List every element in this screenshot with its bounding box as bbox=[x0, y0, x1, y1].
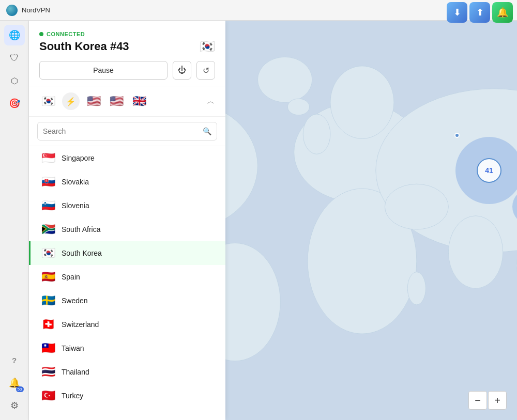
country-item[interactable]: 🇰🇷 South Korea bbox=[29, 241, 225, 265]
country-flag: 🇿🇦 bbox=[41, 223, 55, 236]
country-flag: 🇰🇷 bbox=[41, 246, 55, 260]
connected-dot bbox=[39, 32, 43, 36]
svg-point-3 bbox=[303, 114, 330, 154]
nav-notifications[interactable]: 🔔 50 bbox=[4, 372, 25, 393]
main-container: 🌐 🛡 ⬡ 🎯 ? 🔔 50 ⚙ CONNECTED bbox=[0, 21, 517, 420]
zoom-out-button[interactable]: − bbox=[468, 391, 487, 410]
map-area: .land { fill: #dce8f0; stroke: #c0d4e4; … bbox=[225, 21, 517, 420]
country-name: Spain bbox=[62, 273, 80, 281]
country-flag: 🇹🇼 bbox=[41, 341, 55, 355]
tray-icon-blue2[interactable]: ⬆ bbox=[469, 2, 490, 23]
search-icon: 🔍 bbox=[203, 127, 211, 135]
svg-point-13 bbox=[385, 184, 448, 229]
nav-help[interactable]: ? bbox=[4, 350, 25, 370]
quick-icon-gb[interactable]: 🇬🇧 bbox=[130, 92, 148, 110]
tray-icon-blue1[interactable]: ⬇ bbox=[447, 2, 467, 23]
side-panel: CONNECTED South Korea #43 🇰🇷 Pause ⏻ ↺ 🇰… bbox=[29, 21, 225, 420]
country-name: Singapore bbox=[62, 154, 95, 162]
app-title: NordVPN bbox=[22, 6, 478, 14]
pause-button[interactable]: Pause bbox=[39, 61, 168, 80]
country-name: Turkey bbox=[62, 392, 83, 400]
server-flag: 🇰🇷 bbox=[200, 39, 215, 54]
country-flag: 🇪🇸 bbox=[41, 270, 55, 284]
search-container: 🔍 bbox=[29, 117, 225, 146]
country-list: 🇸🇬 Singapore 🇸🇰 Slovakia 🇸🇮 Slovenia 🇿🇦 … bbox=[29, 146, 225, 420]
country-flag: 🇸🇪 bbox=[41, 294, 55, 307]
connected-text: CONNECTED bbox=[47, 31, 85, 37]
svg-point-16 bbox=[287, 99, 309, 115]
power-icon: ⏻ bbox=[178, 66, 186, 75]
country-flag: 🇨🇭 bbox=[41, 318, 55, 331]
country-item[interactable]: 🇸🇬 Singapore bbox=[29, 146, 225, 170]
tray-icon-green[interactable]: 🔔 bbox=[492, 2, 513, 23]
country-flag: 🇹🇭 bbox=[41, 365, 55, 379]
country-item[interactable]: 🇹🇷 Turkey bbox=[29, 384, 225, 408]
svg-point-2 bbox=[330, 66, 394, 139]
world-map-svg: .land { fill: #dce8f0; stroke: #c0d4e4; … bbox=[225, 21, 517, 420]
title-bar: NordVPN − □ ✕ bbox=[0, 0, 517, 21]
nav-shield[interactable]: 🛡 bbox=[4, 48, 25, 68]
tray-icons: ⬇ ⬆ 🔔 bbox=[443, 0, 517, 25]
country-name: Thailand bbox=[62, 368, 89, 376]
app-logo bbox=[6, 5, 18, 16]
nav-map[interactable]: 🌐 bbox=[4, 25, 25, 45]
country-name: Switzerland bbox=[62, 320, 99, 329]
country-item[interactable]: 🇸🇪 Sweden bbox=[29, 289, 225, 313]
country-flag: 🇸🇬 bbox=[41, 151, 55, 165]
country-item[interactable]: 🇹🇭 Thailand bbox=[29, 360, 225, 384]
panel-header: CONNECTED South Korea #43 🇰🇷 Pause ⏻ ↺ bbox=[29, 21, 225, 86]
globe-icon: 🌐 bbox=[9, 29, 20, 41]
country-item[interactable]: 🇸🇮 Slovenia bbox=[29, 194, 225, 217]
country-item[interactable]: 🇹🇼 Taiwan bbox=[29, 336, 225, 360]
country-flag: 🇸🇮 bbox=[41, 199, 55, 212]
quick-icon-bolt[interactable]: ⚡ bbox=[62, 92, 80, 110]
svg-point-15 bbox=[407, 272, 425, 305]
notification-badge: 50 bbox=[16, 386, 24, 392]
zoom-controls: − + bbox=[468, 391, 507, 410]
map-cluster-europe-large[interactable]: 41 bbox=[455, 137, 517, 204]
server-name: South Korea #43 bbox=[39, 40, 129, 53]
quick-icon-us2[interactable]: 🇺🇸 bbox=[108, 92, 125, 110]
country-name: South Africa bbox=[62, 225, 101, 234]
settings-icon: ⚙ bbox=[10, 400, 19, 411]
server-name-row: South Korea #43 🇰🇷 bbox=[39, 39, 215, 54]
country-flag: 🇸🇰 bbox=[41, 175, 55, 189]
quick-icon-kr[interactable]: 🇰🇷 bbox=[39, 92, 57, 110]
refresh-button[interactable]: ↺ bbox=[196, 61, 215, 80]
svg-point-12 bbox=[257, 57, 312, 102]
connection-status: CONNECTED bbox=[39, 31, 215, 37]
country-name: South Korea bbox=[62, 249, 102, 257]
shield-icon: 🛡 bbox=[10, 53, 19, 64]
country-item[interactable]: 🇪🇸 Spain bbox=[29, 265, 225, 289]
country-name: Sweden bbox=[62, 297, 88, 305]
bolt-icon: ⚡ bbox=[66, 97, 76, 106]
country-flag: 🇹🇷 bbox=[41, 389, 55, 402]
nav-target[interactable]: 🎯 bbox=[4, 93, 25, 114]
country-name: Slovakia bbox=[62, 178, 89, 186]
help-icon: ? bbox=[12, 356, 17, 365]
chevron-up-icon: ︿ bbox=[207, 97, 215, 105]
map-dot bbox=[454, 133, 460, 138]
target-icon: 🎯 bbox=[9, 98, 20, 109]
action-row: Pause ⏻ ↺ bbox=[39, 61, 215, 80]
power-button[interactable]: ⏻ bbox=[173, 61, 191, 80]
collapse-button[interactable]: ︿ bbox=[207, 96, 215, 107]
quick-icon-us1[interactable]: 🇺🇸 bbox=[85, 92, 102, 110]
map-cluster-label: 41 bbox=[477, 158, 501, 183]
zoom-in-button[interactable]: + bbox=[488, 391, 507, 410]
nav-mesh[interactable]: ⬡ bbox=[4, 70, 25, 91]
country-name: Slovenia bbox=[62, 201, 89, 210]
mesh-icon: ⬡ bbox=[11, 76, 18, 86]
quick-icons-bar: 🇰🇷 ⚡ 🇺🇸 🇺🇸 🇬🇧 ︿ bbox=[29, 86, 225, 117]
search-input-wrap: 🔍 bbox=[37, 122, 217, 141]
nav-settings[interactable]: ⚙ bbox=[4, 395, 25, 416]
country-item[interactable]: 🇸🇰 Slovakia bbox=[29, 170, 225, 194]
svg-point-6 bbox=[448, 216, 503, 289]
left-nav: 🌐 🛡 ⬡ 🎯 ? 🔔 50 ⚙ bbox=[0, 21, 29, 420]
country-name: Taiwan bbox=[62, 344, 84, 352]
search-input[interactable] bbox=[43, 127, 203, 135]
refresh-icon: ↺ bbox=[203, 66, 209, 75]
country-item[interactable]: 🇿🇦 South Africa bbox=[29, 217, 225, 241]
country-item[interactable]: 🇨🇭 Switzerland bbox=[29, 313, 225, 336]
